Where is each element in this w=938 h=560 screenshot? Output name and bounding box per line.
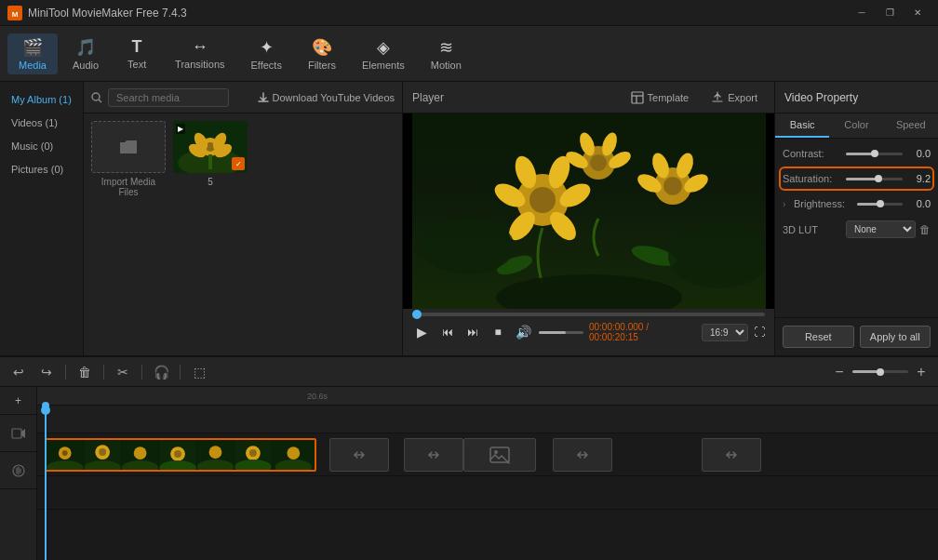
audio-track (37, 476, 938, 510)
toolbar-filters[interactable]: 🎨 Filters (297, 33, 347, 74)
undo-button[interactable]: ↩ (7, 361, 30, 383)
toolbar-effects[interactable]: ✦ Effects (240, 33, 293, 74)
svg-rect-43 (12, 429, 21, 438)
svg-rect-12 (208, 154, 212, 169)
svg-point-2 (92, 93, 100, 100)
reset-button[interactable]: Reset (783, 326, 854, 348)
next-frame-button[interactable]: ⏭ (462, 322, 482, 342)
media-thumbnail[interactable]: ▶ ✓ 5 (173, 121, 248, 187)
tl-separator-3 (141, 365, 142, 380)
contrast-thumb (871, 150, 878, 157)
tl-separator-4 (180, 365, 181, 380)
toolbar-media[interactable]: 🎬 Media (7, 33, 58, 74)
template-button[interactable]: Template (623, 88, 697, 107)
toolbar-text[interactable]: T Text (114, 33, 160, 73)
transition-slot-4[interactable] (702, 438, 761, 472)
toolbar-motion[interactable]: ≋ Motion (420, 33, 473, 74)
brightness-expand[interactable]: › (783, 199, 794, 209)
minimize-button[interactable]: ─ (849, 4, 875, 22)
contrast-slider[interactable] (846, 153, 903, 155)
lut-delete-button[interactable]: 🗑 (919, 223, 931, 236)
toolbar-elements-label: Elements (362, 60, 405, 71)
player-video[interactable] (403, 113, 774, 309)
tab-speed[interactable]: Speed (884, 113, 938, 138)
player: Player Template Export (403, 82, 775, 355)
fullscreen-button[interactable]: ⛶ (754, 326, 765, 339)
timeline-main: 20.6s (37, 387, 938, 560)
prev-frame-button[interactable]: ⏮ (437, 322, 457, 342)
sidebar-item-videos[interactable]: Videos (1) (4, 112, 79, 134)
transition-icon-2 (424, 446, 443, 464)
download-icon (258, 92, 269, 103)
export-icon (711, 91, 724, 104)
play-button[interactable]: ▶ (412, 322, 432, 342)
brightness-thumb (877, 200, 884, 207)
close-button[interactable]: ✕ (904, 4, 931, 22)
delete-button[interactable]: 🗑 (74, 361, 96, 383)
contrast-row: Contrast: 0.0 (783, 148, 931, 159)
download-youtube-button[interactable]: Download YouTube Videos (258, 92, 395, 103)
progress-bar[interactable] (412, 313, 765, 316)
sidebar-item-pictures[interactable]: Pictures (0) (4, 158, 79, 180)
sidebar-item-my-album[interactable]: My Album (1) (4, 88, 79, 111)
export-button[interactable]: Export (704, 88, 765, 107)
timeline-tracks (37, 406, 938, 510)
toolbar-audio[interactable]: 🎵 Audio (61, 33, 110, 74)
player-header: Player Template Export (403, 82, 774, 113)
transition-slot-2[interactable] (404, 438, 463, 472)
saturation-row: Saturation: 9.2 (783, 170, 931, 187)
audio-button[interactable]: 🎧 (150, 361, 172, 383)
svg-point-35 (663, 177, 682, 195)
tab-basic[interactable]: Basic (775, 113, 829, 138)
add-track-icon[interactable]: + (0, 387, 36, 415)
app-icon: M (7, 6, 22, 20)
total-time: 00:00:20:15 (589, 332, 638, 342)
cut-button[interactable]: ✂ (112, 361, 134, 383)
transition-slot-3[interactable] (553, 438, 612, 472)
toolbar-transitions[interactable]: ↔ Transitions (164, 33, 235, 73)
image-slot[interactable] (463, 438, 536, 472)
saturation-thumb (875, 175, 882, 182)
window-controls: ─ ❐ ✕ (849, 4, 931, 22)
apply-all-button[interactable]: Apply to all (860, 326, 931, 348)
contrast-fill (846, 153, 875, 155)
crop-button[interactable]: ⬚ (188, 361, 210, 383)
lut-select[interactable]: None (846, 220, 916, 238)
top-track (37, 406, 938, 433)
tab-color[interactable]: Color (829, 113, 883, 138)
transition-slot-1[interactable] (329, 438, 389, 472)
volume-slider[interactable] (539, 331, 583, 334)
brightness-slider-container (857, 203, 903, 206)
brightness-slider[interactable] (857, 203, 903, 206)
search-input[interactable] (108, 88, 229, 107)
volume-button[interactable]: 🔊 (514, 322, 533, 342)
zoom-slider[interactable] (852, 370, 908, 373)
restore-button[interactable]: ❐ (877, 4, 903, 22)
media-panel: Download YouTube Videos Import Media Fil… (84, 82, 403, 355)
contrast-slider-container (846, 153, 903, 155)
titlebar: M MiniTool MovieMaker Free 7.4.3 ─ ❐ ✕ (0, 0, 938, 26)
toolbar: 🎬 Media 🎵 Audio T Text ↔ Transitions ✦ E… (0, 26, 938, 82)
toolbar-transitions-label: Transitions (175, 59, 224, 70)
zoom-out-button[interactable]: − (830, 363, 849, 381)
search-icon (91, 92, 102, 103)
redo-button[interactable]: ↪ (35, 361, 58, 383)
svg-rect-13 (632, 92, 643, 103)
video-clip[interactable] (45, 438, 316, 472)
sidebar-item-music[interactable]: Music (0) (4, 135, 79, 157)
import-media-button[interactable]: Import Media Files (91, 121, 166, 197)
zoom-in-button[interactable]: + (912, 363, 931, 381)
ratio-select[interactable]: 16:9 4:3 9:16 (702, 324, 748, 341)
saturation-slider[interactable] (846, 178, 903, 180)
svg-line-3 (99, 100, 101, 102)
svg-point-72 (494, 450, 498, 454)
video-badge: ▶ (176, 124, 185, 134)
player-frame (412, 113, 766, 309)
toolbar-elements[interactable]: ◈ Elements (351, 33, 416, 74)
player-controls: ▶ ⏮ ⏭ ■ 🔊 00:00:00.000 / 00:00:20:15 16:… (403, 309, 774, 355)
image-icon (489, 444, 511, 466)
svg-point-27 (590, 154, 607, 171)
sidebar: My Album (1) Videos (1) Music (0) Pictur… (0, 82, 84, 355)
saturation-slider-container (846, 178, 903, 180)
stop-button[interactable]: ■ (489, 322, 508, 342)
